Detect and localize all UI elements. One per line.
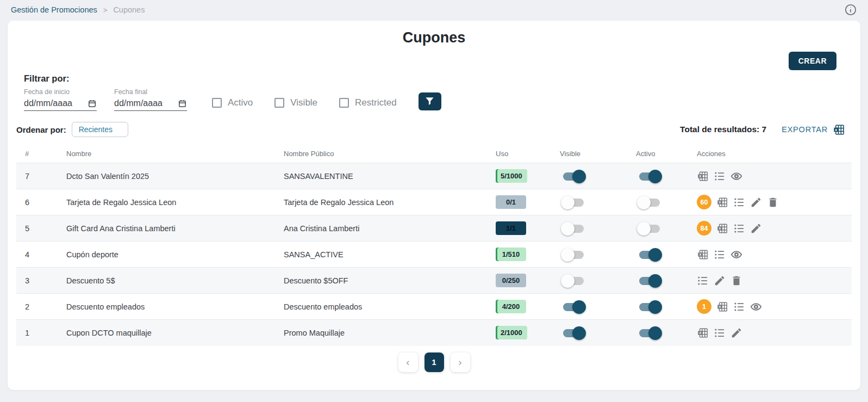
next-page-button[interactable]: ›	[451, 352, 470, 372]
visible-toggle[interactable]	[563, 277, 584, 285]
restricted-checkbox-label: Restricted	[355, 97, 397, 108]
actions-cell: x	[697, 170, 850, 182]
edit-icon[interactable]	[750, 196, 762, 208]
end-date-input[interactable]: dd/mm/aaaa	[114, 98, 187, 111]
apply-filter-button[interactable]	[419, 92, 441, 110]
svg-text:x: x	[719, 226, 721, 230]
excel-export-icon[interactable]: x	[716, 301, 728, 313]
coupon-name: Cupón deporte	[64, 242, 282, 268]
list-details-icon[interactable]	[714, 249, 726, 261]
list-details-icon[interactable]	[733, 301, 745, 313]
count-badge: 60	[697, 195, 711, 209]
view-icon[interactable]	[730, 249, 742, 261]
active-toggle[interactable]	[639, 303, 660, 311]
usage-badge: 2/1000	[496, 326, 527, 339]
activo-checkbox-box[interactable]	[212, 98, 222, 108]
toggle-thumb	[561, 248, 574, 262]
activo-checkbox-label: Activo	[228, 97, 253, 108]
table-row: 7Dcto San Valentín 2025SANSAVALENTINE5/1…	[16, 163, 852, 189]
toggle-thumb	[561, 274, 574, 288]
calendar-icon[interactable]	[88, 99, 97, 108]
visible-toggle[interactable]	[563, 251, 584, 259]
breadcrumb-parent-link[interactable]: Gestión de Promociones	[11, 5, 97, 14]
table-row: 6Tarjeta de Regalo Jessica LeonTarjeta d…	[16, 189, 852, 215]
coupons-table: # Nombre Nombre Público Uso Visible Acti…	[16, 145, 852, 346]
coupon-name: Dcto San Valentín 2025	[64, 163, 282, 189]
row-number: 4	[16, 242, 64, 268]
usage-badge: 1/1	[496, 221, 526, 235]
svg-text:x: x	[700, 252, 702, 256]
edit-icon[interactable]	[714, 275, 726, 287]
col-acciones: Acciones	[695, 145, 852, 163]
edit-icon[interactable]	[730, 327, 742, 339]
coupon-public-name: SANSAVALENTINE	[282, 163, 494, 189]
active-toggle[interactable]	[639, 329, 660, 337]
row-number: 6	[16, 189, 64, 215]
active-toggle[interactable]	[639, 277, 660, 285]
prev-page-button[interactable]: ‹	[398, 352, 418, 372]
list-details-icon[interactable]	[733, 222, 745, 234]
export-label: EXPORTAR	[782, 125, 828, 134]
list-details-icon[interactable]	[697, 275, 709, 287]
start-date-input[interactable]: dd/mm/aaaa	[24, 98, 97, 111]
usage-badge: 1/510	[496, 248, 526, 261]
col-nombre: Nombre	[64, 145, 282, 163]
coupon-public-name: Promo Maquillaje	[282, 320, 494, 346]
list-details-icon[interactable]	[714, 327, 726, 339]
excel-export-icon[interactable]: x	[716, 222, 728, 234]
visible-checkbox[interactable]: Visible	[274, 97, 317, 108]
usage-badge: 0/250	[496, 274, 526, 287]
visible-toggle[interactable]	[563, 329, 584, 337]
actions-cell: x	[697, 327, 850, 339]
delete-icon[interactable]	[767, 196, 779, 208]
table-header-row: # Nombre Nombre Público Uso Visible Acti…	[16, 145, 852, 163]
active-toggle[interactable]	[639, 251, 660, 259]
edit-icon[interactable]	[750, 222, 762, 234]
export-button[interactable]: EXPORTAR x	[782, 123, 845, 136]
list-details-icon[interactable]	[733, 196, 745, 208]
excel-export-icon[interactable]: x	[697, 327, 709, 339]
start-date-label: Fecha de inicio	[24, 88, 97, 96]
calendar-icon[interactable]	[178, 99, 187, 108]
table-row: 2Descuento empleadosDescuento empleados4…	[16, 294, 852, 320]
visible-toggle[interactable]	[563, 199, 584, 207]
restricted-checkbox[interactable]: Restricted	[339, 97, 397, 108]
breadcrumb-current: Cupones	[113, 5, 145, 14]
visible-checkbox-box[interactable]	[274, 98, 284, 108]
coupon-name: Tarjeta de Regalo Jessica Leon	[64, 189, 282, 215]
actions-cell	[697, 275, 850, 287]
view-icon[interactable]	[730, 170, 742, 182]
excel-export-icon[interactable]: x	[697, 249, 709, 261]
coupon-public-name: Descuento $5OFF	[282, 268, 494, 294]
excel-export-icon[interactable]: x	[716, 196, 728, 208]
active-toggle[interactable]	[639, 199, 660, 207]
active-toggle[interactable]	[639, 225, 660, 233]
visible-toggle[interactable]	[563, 172, 584, 181]
breadcrumb: Gestión de Promociones > Cupones	[11, 5, 145, 14]
visible-toggle[interactable]	[563, 303, 584, 311]
toggle-thumb	[648, 170, 662, 183]
filter-section: Filtrar por: Fecha de inicio dd/mm/aaaa …	[16, 73, 852, 111]
current-page-button[interactable]: 1	[424, 352, 444, 372]
excel-export-icon[interactable]: x	[697, 170, 709, 182]
toggle-thumb	[648, 300, 662, 314]
cupones-panel: Cupones CREAR Filtrar por: Fecha de inic…	[8, 21, 860, 390]
toggle-thumb	[637, 196, 651, 209]
activo-checkbox[interactable]: Activo	[212, 97, 253, 108]
view-icon[interactable]	[750, 301, 762, 313]
row-number: 2	[16, 294, 64, 320]
info-icon[interactable]	[844, 3, 857, 16]
page-title: Cupones	[16, 21, 852, 46]
active-toggle[interactable]	[639, 172, 660, 181]
col-nombre-publico: Nombre Público	[282, 145, 494, 163]
restricted-checkbox-box[interactable]	[339, 98, 349, 108]
start-date-field: Fecha de inicio dd/mm/aaaa	[24, 88, 97, 111]
toggle-thumb	[561, 196, 574, 209]
delete-icon[interactable]	[730, 275, 742, 287]
coupon-public-name: SANSA_ACTIVE	[282, 242, 494, 268]
create-button[interactable]: CREAR	[789, 52, 836, 70]
visible-toggle[interactable]	[563, 225, 584, 233]
sort-select[interactable]: Recientes	[72, 122, 128, 137]
list-details-icon[interactable]	[714, 170, 726, 182]
coupon-name: Descuento empleados	[64, 294, 282, 320]
